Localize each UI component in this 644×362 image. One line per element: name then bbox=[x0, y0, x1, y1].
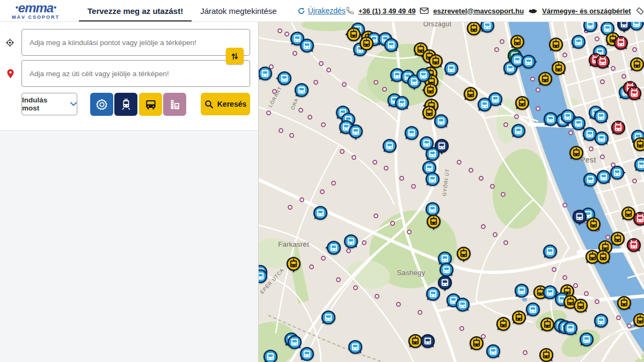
trolleybus-stop-marker[interactable] bbox=[612, 34, 630, 54]
bus-stop-marker[interactable] bbox=[519, 53, 538, 73]
bus-stop-marker[interactable] bbox=[432, 112, 450, 132]
departure-time-dropdown[interactable]: Indulás most bbox=[21, 93, 77, 115]
tram-stop-marker[interactable] bbox=[357, 34, 376, 55]
tram-stop-marker[interactable] bbox=[631, 135, 644, 156]
bus-stop-marker[interactable] bbox=[298, 36, 316, 57]
tab-view-lines[interactable]: Járatok megtekintése bbox=[192, 0, 286, 22]
minor-stop-dot[interactable] bbox=[490, 184, 495, 189]
bus-stop-marker[interactable] bbox=[513, 282, 531, 302]
tram-stop-marker[interactable] bbox=[513, 94, 531, 114]
minor-stop-dot[interactable] bbox=[523, 350, 528, 355]
bus-stop-marker[interactable] bbox=[347, 122, 365, 143]
minor-stop-dot[interactable] bbox=[584, 291, 589, 296]
settings-button[interactable] bbox=[90, 93, 113, 116]
trolleybus-stop-marker[interactable] bbox=[594, 53, 612, 73]
minor-stop-dot[interactable] bbox=[536, 106, 540, 111]
restart-link[interactable]: Újrakezdés bbox=[297, 6, 346, 15]
minor-stop-dot[interactable] bbox=[514, 114, 519, 119]
minor-stop-dot[interactable] bbox=[362, 240, 367, 245]
tram-stop-marker[interactable] bbox=[547, 35, 565, 56]
bus-stop-marker[interactable] bbox=[592, 312, 610, 332]
minor-stop-dot[interactable] bbox=[494, 47, 499, 52]
minor-stop-dot[interactable] bbox=[289, 133, 294, 138]
minor-stop-dot[interactable] bbox=[384, 166, 389, 171]
minor-stop-dot[interactable] bbox=[279, 128, 283, 133]
minor-stop-dot[interactable] bbox=[298, 108, 303, 113]
bus-stop-marker[interactable] bbox=[259, 64, 274, 85]
minor-stop-dot[interactable] bbox=[503, 240, 508, 245]
tram-stop-marker[interactable] bbox=[494, 315, 513, 335]
minor-stop-dot[interactable] bbox=[326, 68, 331, 72]
minor-stop-dot[interactable] bbox=[374, 80, 378, 85]
minor-stop-dot[interactable] bbox=[372, 160, 377, 165]
minor-stop-dot[interactable] bbox=[469, 168, 473, 173]
minor-stop-dot[interactable] bbox=[530, 77, 535, 82]
bus-stop-marker[interactable] bbox=[423, 170, 442, 190]
swap-origin-destination-button[interactable] bbox=[226, 48, 244, 64]
tram-stop-marker[interactable] bbox=[425, 212, 443, 233]
minor-stop-dot[interactable] bbox=[481, 224, 486, 229]
minor-stop-dot[interactable] bbox=[501, 192, 506, 197]
origin-input[interactable] bbox=[21, 29, 250, 56]
minor-stop-dot[interactable] bbox=[600, 154, 605, 159]
minor-stop-dot[interactable] bbox=[503, 122, 508, 127]
minor-stop-dot[interactable] bbox=[340, 149, 345, 154]
tram-stop-marker[interactable] bbox=[284, 255, 303, 275]
tram-stop-marker[interactable] bbox=[584, 215, 603, 235]
bus-stop-marker[interactable] bbox=[346, 338, 364, 358]
minor-stop-dot[interactable] bbox=[342, 82, 347, 87]
bus-stop-marker[interactable] bbox=[325, 239, 343, 259]
tram-stop-marker[interactable] bbox=[467, 334, 486, 354]
bus-stop-marker[interactable] bbox=[608, 164, 626, 184]
bus-stop-marker[interactable] bbox=[577, 330, 596, 351]
minor-stop-dot[interactable] bbox=[313, 80, 318, 85]
minor-stop-dot[interactable] bbox=[396, 302, 401, 307]
minor-stop-dot[interactable] bbox=[390, 221, 395, 226]
minor-stop-dot[interactable] bbox=[321, 122, 326, 127]
minor-stop-dot[interactable] bbox=[457, 160, 462, 165]
tram-stop-marker[interactable] bbox=[615, 294, 633, 314]
minor-stop-dot[interactable] bbox=[336, 277, 341, 282]
minor-stop-dot[interactable] bbox=[319, 61, 324, 66]
minor-stop-dot[interactable] bbox=[399, 176, 404, 181]
tram-stop-marker[interactable] bbox=[537, 346, 555, 362]
bus-stop-marker[interactable] bbox=[292, 81, 311, 101]
minor-stop-dot[interactable] bbox=[500, 39, 504, 44]
search-button[interactable]: Keresés bbox=[201, 93, 250, 115]
minor-stop-dot[interactable] bbox=[288, 205, 292, 210]
emma-logo[interactable]: emma MÁV CSOPORT bbox=[12, 2, 60, 20]
minor-stop-dot[interactable] bbox=[277, 28, 282, 33]
mode-bus-button[interactable] bbox=[139, 93, 162, 116]
trolleybus-stop-marker[interactable] bbox=[625, 236, 643, 256]
bus-stop-marker[interactable] bbox=[592, 129, 611, 150]
map-canvas[interactable]: OrszágútLÓRÁNT ÚTÓRA ÚTGYŐRI ÚTFarkasrét… bbox=[259, 21, 644, 362]
email-link[interactable]: eszrevetel@mavcsoport.hu bbox=[433, 7, 524, 15]
minor-stop-dot[interactable] bbox=[407, 230, 412, 234]
bus-stop-marker[interactable] bbox=[627, 21, 644, 35]
bus-stop-marker[interactable] bbox=[475, 95, 494, 116]
tram-stop-marker[interactable] bbox=[594, 248, 612, 268]
bus-stop-marker[interactable] bbox=[453, 295, 472, 316]
destination-input[interactable] bbox=[21, 60, 250, 87]
mode-ticket-vending-button[interactable] bbox=[163, 93, 186, 116]
bus-stop-marker[interactable] bbox=[382, 36, 400, 56]
tram-stop-marker[interactable] bbox=[455, 245, 473, 265]
bus-stop-marker[interactable] bbox=[393, 94, 411, 114]
bus-stop-marker[interactable] bbox=[632, 156, 644, 176]
bus-stop-marker[interactable] bbox=[541, 242, 559, 263]
bus-stop-marker[interactable] bbox=[442, 60, 460, 80]
minor-stop-dot[interactable] bbox=[552, 267, 557, 272]
county-pass-link[interactable]: Vármegye- és országbérlet bbox=[542, 7, 631, 15]
bus-stop-marker[interactable] bbox=[311, 204, 330, 224]
bus-stop-marker[interactable] bbox=[259, 267, 269, 287]
minor-stop-dot[interactable] bbox=[616, 315, 621, 320]
trolleybus-stop-marker[interactable] bbox=[609, 119, 627, 139]
bus-stop-marker[interactable] bbox=[342, 232, 360, 253]
bus-stop-marker[interactable] bbox=[298, 345, 316, 362]
tram-stop-marker[interactable] bbox=[572, 297, 590, 317]
tram-stop-marker[interactable] bbox=[567, 144, 586, 164]
tram-stop-marker[interactable] bbox=[550, 59, 568, 79]
minor-stop-dot[interactable] bbox=[352, 155, 356, 160]
minor-stop-dot[interactable] bbox=[353, 285, 358, 290]
bus-stop-marker[interactable] bbox=[561, 319, 580, 339]
